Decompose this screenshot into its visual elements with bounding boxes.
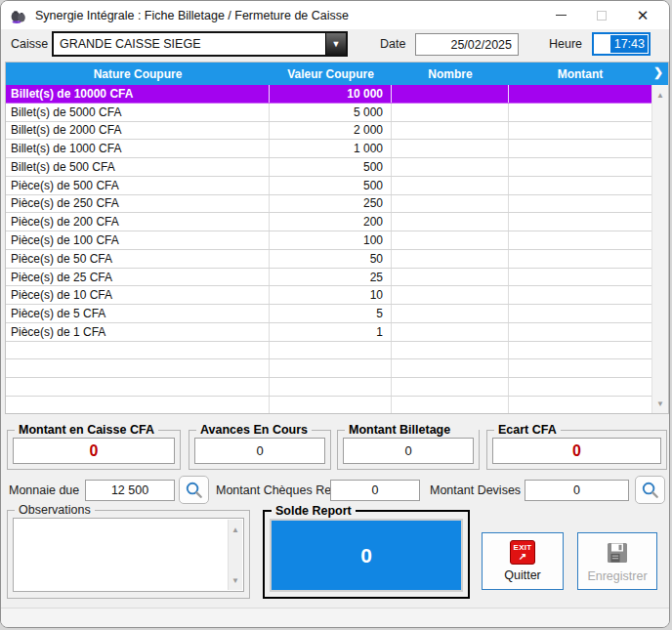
table-row[interactable]: Pièce(s) de 250 CFA250 (6, 195, 651, 214)
monnaie-due-search-button[interactable] (179, 476, 209, 504)
heure-selected-text: 17:43 (610, 35, 648, 53)
montant-devises-field[interactable]: 0 (525, 480, 629, 501)
cell-nature: Pièce(s) de 1 CFA (6, 323, 270, 341)
cell-nombre (392, 286, 509, 304)
cell-valeur: 25 (270, 269, 392, 286)
ecart-value: 0 (492, 438, 661, 464)
enregistrer-button-label: Enregistrer (587, 569, 647, 583)
solde-report-value-panel: 0 (270, 519, 463, 592)
table-row[interactable]: Billet(s) de 10000 CFA10 000 (6, 85, 651, 104)
date-label: Date (380, 37, 405, 51)
cell-montant (509, 85, 651, 103)
table-scrollbar[interactable]: ▲ ▼ (651, 85, 668, 413)
magnifier-icon (641, 481, 659, 499)
devises-search-button[interactable] (635, 476, 665, 504)
cell-valeur: 5 000 (270, 104, 392, 121)
close-button[interactable]: ✕ (626, 1, 659, 29)
cell-montant (509, 195, 651, 213)
table-row-empty[interactable] (6, 378, 651, 397)
groupbox-observations: Observations ▲ ▼ (7, 510, 250, 599)
table-row[interactable]: Billet(s) de 500 CFA500 (6, 158, 651, 177)
minimize-button[interactable] (544, 1, 577, 29)
table-row[interactable]: Pièce(s) de 25 CFA25 (6, 269, 651, 287)
cell-nombre (392, 85, 509, 103)
groupbox-montant-en-caisse: Montant en Caisse CFA 0 (7, 430, 181, 470)
groupbox-ecart: Ecart CFA 0 (486, 430, 667, 470)
table-row[interactable]: Pièce(s) de 200 CFA200 (6, 213, 651, 231)
table-row[interactable]: Pièce(s) de 50 CFA50 (6, 250, 651, 269)
quitter-button-label: Quitter (504, 568, 541, 582)
enregistrer-button[interactable]: Enregistrer (577, 532, 657, 590)
app-icon (10, 7, 27, 24)
monnaie-due-field[interactable]: 12 500 (85, 480, 175, 501)
table-row[interactable]: Pièce(s) de 100 CFA100 (6, 231, 651, 250)
table-row[interactable]: Billet(s) de 5000 CFA5 000 (6, 104, 651, 122)
column-header-montant[interactable]: Montant (509, 67, 651, 81)
scroll-up-icon[interactable]: ▲ (229, 522, 242, 537)
maximize-button[interactable] (585, 1, 618, 29)
observations-scrollbar[interactable]: ▲ ▼ (228, 520, 242, 590)
scroll-up-icon[interactable]: ▲ (652, 87, 668, 103)
table-row[interactable]: Billet(s) de 2000 CFA2 000 (6, 122, 651, 141)
cell-nature: Pièce(s) de 250 CFA (6, 195, 270, 213)
cell-valeur (270, 359, 392, 377)
caisse-label: Caisse (11, 37, 48, 51)
table-row[interactable]: Billet(s) de 1000 CFA1 000 (6, 140, 651, 158)
date-field[interactable]: 25/02/2025 (415, 33, 519, 56)
montant-cheques-recu-field[interactable]: 0 (330, 480, 420, 501)
heure-label: Heure (549, 37, 582, 51)
cell-nombre (392, 397, 509, 413)
caisse-combobox[interactable]: GRANDE CAISSE SIEGE ▼ (52, 31, 348, 57)
table-row-empty[interactable] (6, 359, 651, 378)
quitter-button[interactable]: EXIT ↗ Quitter (482, 532, 564, 590)
application-window: Synergie Intégrale : Fiche Billetage / F… (0, 0, 670, 628)
cell-nature: Pièce(s) de 500 CFA (6, 177, 270, 194)
cell-nombre (392, 378, 509, 396)
cell-valeur: 1 (270, 323, 392, 341)
cell-nature: Pièce(s) de 10 CFA (6, 286, 270, 304)
caisse-selected-value: GRANDE CAISSE SIEGE (54, 37, 325, 51)
cell-valeur: 200 (270, 213, 392, 231)
cell-valeur: 50 (270, 250, 392, 268)
cell-nature: Billet(s) de 1000 CFA (6, 140, 270, 157)
column-header-valeur-coupure[interactable]: Valeur Coupure (270, 67, 392, 81)
column-header-nature-coupure[interactable]: Nature Coupure (6, 67, 270, 81)
cell-montant (509, 323, 651, 341)
table-row[interactable]: Pièce(s) de 1 CFA1 (6, 323, 651, 342)
scroll-down-icon[interactable]: ▼ (229, 572, 242, 588)
cell-montant (509, 378, 651, 396)
heure-field[interactable]: 17:43 (592, 32, 651, 56)
cell-montant (509, 359, 651, 377)
table-row[interactable]: Pièce(s) de 5 CFA5 (6, 305, 651, 323)
table-row[interactable]: Pièce(s) de 500 CFA500 (6, 177, 651, 195)
table-row-empty[interactable] (6, 342, 651, 360)
cell-montant (509, 397, 651, 413)
cell-valeur (270, 397, 392, 413)
cell-nombre (392, 323, 509, 341)
bottom-strip (1, 609, 669, 627)
observations-textarea[interactable]: ▲ ▼ (13, 518, 244, 592)
groupbox-solde-report: Solde Report 0 (263, 510, 470, 599)
cell-nombre (392, 305, 509, 322)
table-row[interactable]: Pièce(s) de 10 CFA10 (6, 286, 651, 305)
cell-nature: Billet(s) de 500 CFA (6, 158, 270, 176)
montant-devises-label: Montant Devises (430, 483, 521, 497)
cell-nombre (392, 250, 509, 268)
cell-nature: Pièce(s) de 50 CFA (6, 250, 270, 268)
cell-montant (509, 177, 651, 194)
billetage-table: Nature Coupure Valeur Coupure Nombre Mon… (5, 62, 669, 414)
groupbox-avances-en-cours: Avances En Cours 0 (189, 430, 331, 470)
cell-valeur: 100 (270, 231, 392, 249)
cell-nombre (392, 231, 509, 249)
cell-nature: Billet(s) de 5000 CFA (6, 104, 270, 121)
table-row-empty[interactable] (6, 397, 651, 413)
cell-nature: Billet(s) de 10000 CFA (6, 85, 270, 103)
column-header-nombre[interactable]: Nombre (392, 67, 509, 81)
cell-valeur: 250 (270, 195, 392, 213)
next-column-arrow-icon[interactable]: ❯ (653, 65, 663, 79)
avances-en-cours-value: 0 (194, 438, 325, 464)
cell-nombre (392, 269, 509, 286)
scroll-down-icon[interactable]: ▼ (652, 396, 668, 411)
cell-valeur: 2 000 (270, 122, 392, 140)
combobox-dropdown-arrow-icon[interactable]: ▼ (325, 33, 346, 55)
